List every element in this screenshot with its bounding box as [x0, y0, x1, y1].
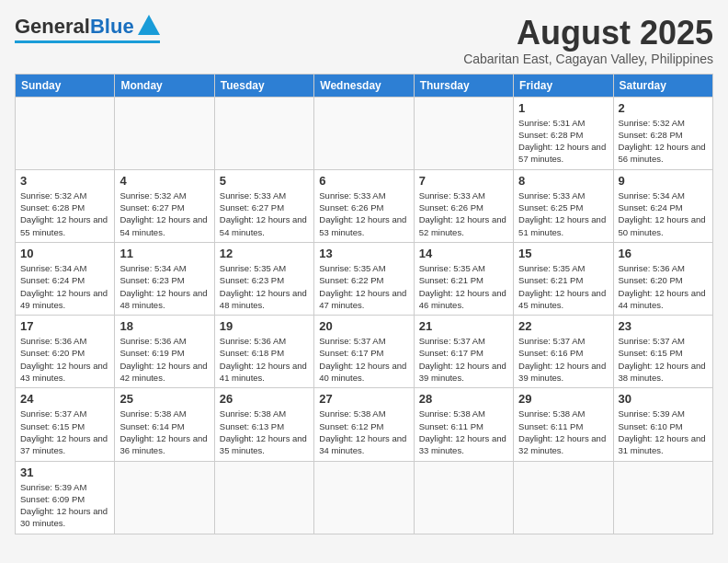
cell-info: Sunrise: 5:36 AM Sunset: 6:20 PM Dayligh… [619, 262, 708, 311]
cell-date: 21 [419, 319, 508, 333]
cell-date: 12 [220, 247, 309, 260]
cell-date: 19 [220, 319, 309, 333]
calendar-week-2: 3Sunrise: 5:32 AM Sunset: 6:28 PM Daylig… [16, 169, 713, 242]
calendar-header-row: SundayMondayTuesdayWednesdayThursdayFrid… [16, 74, 713, 97]
calendar-cell [115, 97, 214, 169]
calendar-cell: 2Sunrise: 5:32 AM Sunset: 6:28 PM Daylig… [613, 97, 712, 169]
calendar-cell: 4Sunrise: 5:32 AM Sunset: 6:27 PM Daylig… [115, 169, 214, 242]
logo-underline [15, 40, 160, 43]
cell-date: 5 [220, 174, 309, 188]
cell-date: 7 [419, 174, 508, 188]
calendar-cell: 22Sunrise: 5:37 AM Sunset: 6:16 PM Dayli… [514, 316, 613, 388]
calendar-cell [414, 97, 513, 169]
calendar-cell: 24Sunrise: 5:37 AM Sunset: 6:15 PM Dayli… [16, 388, 115, 461]
cell-info: Sunrise: 5:35 AM Sunset: 6:23 PM Dayligh… [220, 262, 309, 311]
calendar-week-6: 31Sunrise: 5:39 AM Sunset: 6:09 PM Dayli… [16, 461, 713, 534]
cell-info: Sunrise: 5:33 AM Sunset: 6:27 PM Dayligh… [220, 190, 309, 238]
calendar-cell: 10Sunrise: 5:34 AM Sunset: 6:24 PM Dayli… [16, 242, 115, 315]
calendar-cell: 7Sunrise: 5:33 AM Sunset: 6:26 PM Daylig… [414, 169, 513, 242]
calendar-cell: 14Sunrise: 5:35 AM Sunset: 6:21 PM Dayli… [414, 242, 513, 315]
cell-info: Sunrise: 5:33 AM Sunset: 6:26 PM Dayligh… [319, 190, 408, 238]
calendar-cell: 28Sunrise: 5:38 AM Sunset: 6:11 PM Dayli… [414, 388, 513, 461]
day-header-tuesday: Tuesday [214, 74, 313, 97]
cell-info: Sunrise: 5:33 AM Sunset: 6:25 PM Dayligh… [518, 190, 608, 238]
calendar-cell [16, 97, 115, 169]
header: GeneralBlue August 2025 Cabaritan East, … [15, 15, 713, 66]
cell-info: Sunrise: 5:34 AM Sunset: 6:23 PM Dayligh… [119, 262, 209, 311]
calendar-cell: 9Sunrise: 5:34 AM Sunset: 6:24 PM Daylig… [613, 169, 712, 242]
calendar-week-5: 24Sunrise: 5:37 AM Sunset: 6:15 PM Dayli… [16, 388, 713, 461]
cell-info: Sunrise: 5:38 AM Sunset: 6:11 PM Dayligh… [518, 408, 608, 456]
cell-info: Sunrise: 5:38 AM Sunset: 6:14 PM Dayligh… [119, 408, 209, 456]
logo-triangle-icon [138, 15, 160, 39]
cell-info: Sunrise: 5:37 AM Sunset: 6:15 PM Dayligh… [20, 408, 109, 456]
calendar-cell: 25Sunrise: 5:38 AM Sunset: 6:14 PM Dayli… [115, 388, 214, 461]
cell-info: Sunrise: 5:32 AM Sunset: 6:28 PM Dayligh… [20, 190, 109, 238]
cell-info: Sunrise: 5:37 AM Sunset: 6:15 PM Dayligh… [619, 335, 708, 384]
cell-date: 8 [518, 174, 608, 188]
day-header-sunday: Sunday [16, 74, 115, 97]
cell-info: Sunrise: 5:39 AM Sunset: 6:09 PM Dayligh… [20, 481, 109, 530]
cell-date: 14 [419, 247, 508, 260]
cell-info: Sunrise: 5:34 AM Sunset: 6:24 PM Dayligh… [20, 262, 109, 311]
cell-date: 4 [119, 174, 209, 188]
cell-info: Sunrise: 5:37 AM Sunset: 6:16 PM Dayligh… [518, 335, 608, 384]
cell-info: Sunrise: 5:36 AM Sunset: 6:18 PM Dayligh… [220, 335, 309, 384]
day-header-monday: Monday [115, 74, 214, 97]
calendar-cell: 6Sunrise: 5:33 AM Sunset: 6:26 PM Daylig… [314, 169, 414, 242]
cell-date: 27 [319, 392, 408, 406]
cell-date: 2 [619, 101, 708, 115]
cell-date: 22 [518, 319, 608, 333]
title-area: August 2025 Cabaritan East, Cagayan Vall… [463, 15, 713, 66]
calendar-cell: 21Sunrise: 5:37 AM Sunset: 6:17 PM Dayli… [414, 316, 513, 388]
calendar-cell: 29Sunrise: 5:38 AM Sunset: 6:11 PM Dayli… [514, 388, 613, 461]
calendar-cell: 31Sunrise: 5:39 AM Sunset: 6:09 PM Dayli… [16, 461, 115, 534]
cell-date: 17 [20, 319, 109, 333]
cell-info: Sunrise: 5:34 AM Sunset: 6:24 PM Dayligh… [619, 190, 708, 238]
calendar-cell [314, 97, 414, 169]
calendar-cell: 8Sunrise: 5:33 AM Sunset: 6:25 PM Daylig… [514, 169, 613, 242]
logo-blue: Blue [90, 15, 134, 38]
cell-info: Sunrise: 5:37 AM Sunset: 6:17 PM Dayligh… [419, 335, 508, 384]
cell-date: 30 [619, 392, 708, 406]
cell-date: 13 [319, 247, 408, 260]
svg-marker-0 [138, 15, 160, 35]
calendar-cell: 18Sunrise: 5:36 AM Sunset: 6:19 PM Dayli… [115, 316, 214, 388]
calendar-cell [414, 461, 513, 534]
calendar: SundayMondayTuesdayWednesdayThursdayFrid… [15, 74, 713, 534]
logo-area: GeneralBlue [15, 15, 160, 43]
cell-date: 6 [319, 174, 408, 188]
cell-date: 18 [119, 319, 209, 333]
cell-date: 26 [220, 392, 309, 406]
calendar-cell: 15Sunrise: 5:35 AM Sunset: 6:21 PM Dayli… [514, 242, 613, 315]
calendar-cell [214, 97, 313, 169]
main-title: August 2025 [463, 15, 713, 52]
logo-general: General [15, 15, 90, 38]
cell-info: Sunrise: 5:37 AM Sunset: 6:17 PM Dayligh… [319, 335, 408, 384]
calendar-cell [115, 461, 214, 534]
cell-info: Sunrise: 5:38 AM Sunset: 6:13 PM Dayligh… [220, 408, 309, 456]
cell-info: Sunrise: 5:39 AM Sunset: 6:10 PM Dayligh… [619, 408, 708, 456]
cell-date: 28 [419, 392, 508, 406]
calendar-cell: 26Sunrise: 5:38 AM Sunset: 6:13 PM Dayli… [214, 388, 313, 461]
calendar-cell [214, 461, 313, 534]
cell-info: Sunrise: 5:31 AM Sunset: 6:28 PM Dayligh… [518, 117, 608, 166]
cell-info: Sunrise: 5:35 AM Sunset: 6:21 PM Dayligh… [518, 262, 608, 311]
cell-info: Sunrise: 5:38 AM Sunset: 6:12 PM Dayligh… [319, 408, 408, 456]
calendar-cell: 13Sunrise: 5:35 AM Sunset: 6:22 PM Dayli… [314, 242, 414, 315]
calendar-cell: 3Sunrise: 5:32 AM Sunset: 6:28 PM Daylig… [16, 169, 115, 242]
calendar-cell: 17Sunrise: 5:36 AM Sunset: 6:20 PM Dayli… [16, 316, 115, 388]
cell-date: 3 [20, 174, 109, 188]
calendar-cell: 23Sunrise: 5:37 AM Sunset: 6:15 PM Dayli… [613, 316, 712, 388]
cell-date: 9 [619, 174, 708, 188]
cell-date: 15 [518, 247, 608, 260]
cell-date: 10 [20, 247, 109, 260]
calendar-cell: 1Sunrise: 5:31 AM Sunset: 6:28 PM Daylig… [514, 97, 613, 169]
calendar-cell [613, 461, 712, 534]
calendar-cell: 19Sunrise: 5:36 AM Sunset: 6:18 PM Dayli… [214, 316, 313, 388]
cell-info: Sunrise: 5:36 AM Sunset: 6:20 PM Dayligh… [20, 335, 109, 384]
day-header-saturday: Saturday [613, 74, 712, 97]
cell-info: Sunrise: 5:38 AM Sunset: 6:11 PM Dayligh… [419, 408, 508, 456]
cell-date: 29 [518, 392, 608, 406]
calendar-cell: 11Sunrise: 5:34 AM Sunset: 6:23 PM Dayli… [115, 242, 214, 315]
